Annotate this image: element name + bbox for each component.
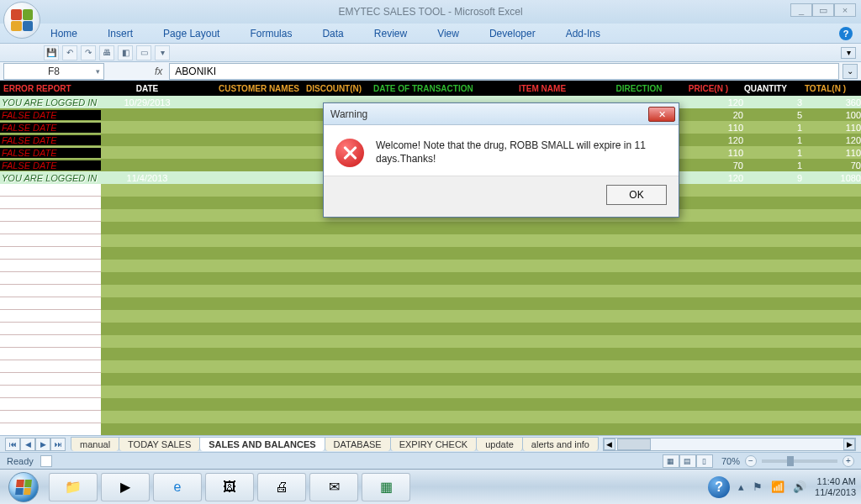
help-icon[interactable]: ? xyxy=(839,27,853,40)
scroll-thumb[interactable] xyxy=(617,438,651,450)
sheet-nav-first[interactable]: ⏮ xyxy=(5,438,20,451)
zoom-knob[interactable] xyxy=(787,456,794,466)
cell-error: YOU ARE LOGGED IN xyxy=(0,173,101,183)
taskbar-explorer-icon[interactable]: 📁 xyxy=(49,473,98,501)
tab-developer[interactable]: Developer xyxy=(483,24,542,43)
zoom-in-icon[interactable]: + xyxy=(843,455,854,467)
tab-addins[interactable]: Add-Ins xyxy=(559,24,607,43)
empty-row[interactable] xyxy=(0,398,861,411)
qat-more-icon[interactable]: ▾ xyxy=(155,45,170,60)
close-button[interactable]: × xyxy=(834,3,856,17)
fx-icon[interactable]: fx xyxy=(155,66,162,77)
empty-row[interactable] xyxy=(0,335,861,348)
macro-record-icon[interactable] xyxy=(40,455,52,467)
empty-error-cell xyxy=(0,197,101,209)
empty-row[interactable] xyxy=(0,310,861,323)
empty-row[interactable] xyxy=(0,247,861,260)
empty-row[interactable] xyxy=(0,234,861,247)
empty-error-cell xyxy=(0,423,101,435)
empty-row[interactable] xyxy=(0,297,861,310)
tray-network-icon[interactable]: 📶 xyxy=(771,480,784,493)
cell-total: 110 xyxy=(802,123,861,133)
formula-expand-icon[interactable]: ⌄ xyxy=(843,64,858,79)
empty-row[interactable] xyxy=(0,285,861,297)
taskbar-ie-icon[interactable]: e xyxy=(153,473,202,501)
cell-qty: 3 xyxy=(743,97,802,108)
tray-flag-icon[interactable]: ⚑ xyxy=(753,480,763,493)
sheet-tab[interactable]: EXPIRY CHECK xyxy=(390,437,478,451)
empty-error-cell xyxy=(0,222,101,234)
view-pagebreak-icon[interactable]: ▯ xyxy=(696,454,713,468)
cell-price: 120 xyxy=(684,173,743,183)
maximize-button[interactable]: ▭ xyxy=(812,3,834,17)
ok-button[interactable]: OK xyxy=(606,185,667,205)
horizontal-scrollbar[interactable]: ◀ ▶ xyxy=(603,438,856,451)
cell-total: 110 xyxy=(802,148,861,158)
empty-row[interactable] xyxy=(0,222,861,234)
zoom-out-icon[interactable]: − xyxy=(745,455,757,467)
tab-formulas[interactable]: Formulas xyxy=(243,24,298,43)
empty-row[interactable] xyxy=(0,323,861,335)
dialog-footer: OK xyxy=(324,176,679,217)
ribbon-minimize-icon[interactable]: ▾ xyxy=(841,47,856,59)
dialog-close-button[interactable]: ✕ xyxy=(648,107,675,122)
taskbar-excel-icon[interactable]: ▦ xyxy=(362,473,410,501)
ribbon-tabs: Home Insert Page Layout Formulas Data Re… xyxy=(0,24,861,44)
qat-save-icon[interactable]: 💾 xyxy=(44,45,59,60)
empty-row[interactable] xyxy=(0,373,861,386)
column-headers: ERROR REPORT DATE CUSTOMER NAMES DISCOUN… xyxy=(0,81,861,96)
view-normal-icon[interactable]: ▦ xyxy=(663,454,679,468)
sheet-nav-next[interactable]: ▶ xyxy=(35,438,50,451)
scroll-right-icon[interactable]: ▶ xyxy=(843,438,855,450)
minimize-button[interactable]: _ xyxy=(790,3,812,17)
empty-row[interactable] xyxy=(0,272,861,285)
empty-row[interactable] xyxy=(0,260,861,272)
dialog-titlebar[interactable]: Warning ✕ xyxy=(324,103,679,125)
taskbar-media-icon[interactable]: ▶ xyxy=(101,473,150,501)
view-layout-icon[interactable]: ▤ xyxy=(679,454,696,468)
tray-up-icon[interactable]: ▴ xyxy=(738,480,744,493)
empty-rows xyxy=(0,184,861,435)
sheet-nav-prev[interactable]: ◀ xyxy=(20,438,35,451)
qat-undo-icon[interactable]: ↶ xyxy=(62,45,77,60)
tab-home[interactable]: Home xyxy=(44,24,84,43)
scroll-left-icon[interactable]: ◀ xyxy=(604,438,615,450)
taskbar-hp-icon[interactable]: 🖨 xyxy=(257,473,306,501)
tab-view[interactable]: View xyxy=(430,24,466,43)
cell-total: 120 xyxy=(802,135,861,145)
qat-preview-icon[interactable]: ◧ xyxy=(118,45,133,60)
taskbar-app1-icon[interactable]: 🖼 xyxy=(205,473,254,501)
office-button[interactable] xyxy=(3,2,40,39)
empty-row[interactable] xyxy=(0,348,861,360)
tab-data[interactable]: Data xyxy=(315,24,350,43)
empty-error-cell xyxy=(0,348,101,360)
tab-review[interactable]: Review xyxy=(367,24,414,43)
empty-row[interactable] xyxy=(0,386,861,398)
zoom-slider[interactable] xyxy=(762,459,837,463)
zoom-control: 70% − + xyxy=(721,455,854,467)
start-button[interactable] xyxy=(0,470,47,505)
qat-print-icon[interactable]: 🖶 xyxy=(99,45,114,60)
name-box[interactable]: F8 xyxy=(3,63,104,80)
sheet-nav-last[interactable]: ⏭ xyxy=(50,438,66,451)
tray-help-icon[interactable]: ? xyxy=(708,476,730,498)
tray-volume-icon[interactable]: 🔊 xyxy=(793,480,806,493)
sheet-tab[interactable]: DATABASE xyxy=(325,437,391,451)
empty-row[interactable] xyxy=(0,411,861,423)
empty-row[interactable] xyxy=(0,423,861,435)
qat-redo-icon[interactable]: ↷ xyxy=(81,45,96,60)
sheet-tab[interactable]: alerts and info xyxy=(522,437,599,451)
tray-clock[interactable]: 11:40 AM 11/4/2013 xyxy=(815,476,856,498)
taskbar-outlook-icon[interactable]: ✉ xyxy=(309,473,358,501)
status-ready: Ready xyxy=(7,456,34,466)
sheet-tab[interactable]: update xyxy=(476,437,523,451)
sheet-tab[interactable]: TODAY SALES xyxy=(119,437,200,451)
sheet-tab[interactable]: SALES AND BALANCES xyxy=(199,437,325,451)
formula-input[interactable] xyxy=(169,63,839,80)
qat-new-icon[interactable]: ▭ xyxy=(136,45,151,60)
empty-row[interactable] xyxy=(0,360,861,373)
cell-error: FALSE DATE xyxy=(0,110,101,120)
tab-insert[interactable]: Insert xyxy=(101,24,140,43)
sheet-tab[interactable]: manual xyxy=(71,437,119,451)
tab-page-layout[interactable]: Page Layout xyxy=(156,24,226,43)
